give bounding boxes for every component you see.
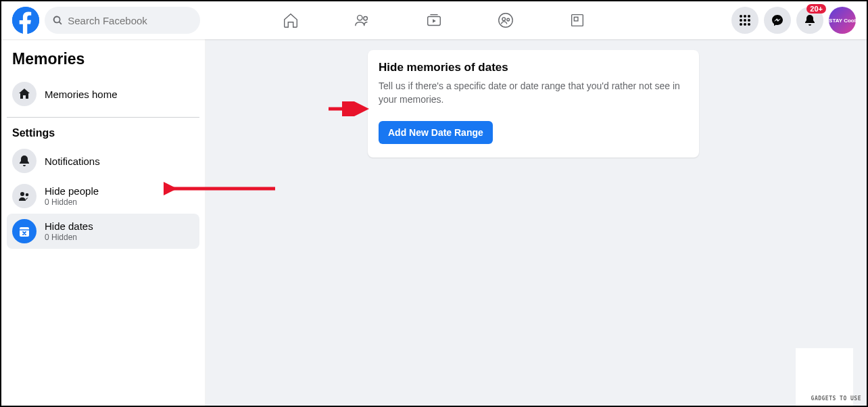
settings-section-label: Settings [7,123,199,143]
sidebar-item-label: Hide people [45,185,194,197]
calendar-x-icon [12,219,37,243]
avatar[interactable]: STAY Cool [829,7,856,34]
sidebar-item-sub: 0 Hidden [45,197,194,207]
svg-point-12 [740,19,742,22]
menu-button[interactable] [731,7,758,34]
sidebar-item-label: Notifications [45,155,194,167]
svg-point-1 [358,16,362,20]
sidebar-item-sub: 0 Hidden [45,233,194,242]
top-nav-header: 20+ STAY Cool [1,1,867,39]
svg-point-13 [744,19,746,22]
svg-point-4 [499,14,512,27]
notification-badge: 20+ [806,4,826,14]
home-icon[interactable] [281,11,300,30]
search-box[interactable] [45,7,200,34]
search-icon [53,15,62,26]
card-title: Hide memories of dates [379,61,688,74]
page-title: Memories [7,47,199,76]
svg-point-18 [20,192,24,196]
sidebar-item-hide-dates[interactable]: Hide dates 0 Hidden [7,214,199,249]
svg-point-9 [740,15,742,18]
nav-right: 20+ STAY Cool [731,7,856,34]
svg-rect-20 [20,227,29,237]
people-icon [12,184,37,208]
svg-point-15 [740,23,742,26]
nav-center [281,1,587,39]
watch-icon[interactable] [425,11,443,30]
facebook-logo[interactable] [12,7,39,34]
search-input[interactable] [68,15,192,26]
friends-icon[interactable] [353,11,372,30]
svg-point-11 [748,15,750,18]
home-filled-icon [12,82,37,106]
sidebar-item-memories-home[interactable]: Memories home [7,76,199,112]
bell-filled-icon [12,149,37,173]
svg-point-10 [744,15,746,18]
sidebar-item-hide-people[interactable]: Hide people 0 Hidden [7,178,199,214]
svg-point-16 [744,23,746,26]
gaming-icon[interactable] [568,11,587,30]
sidebar-item-label: Memories home [45,89,194,100]
grid-icon [738,14,752,27]
svg-point-2 [364,16,368,20]
svg-rect-7 [572,15,583,26]
notifications-button[interactable]: 20+ [796,7,823,34]
svg-point-17 [748,23,750,26]
svg-point-5 [502,18,506,21]
sidebar-item-label: Hide dates [45,220,194,232]
watermark: GADGETS TO USE [811,396,861,402]
add-date-range-button[interactable]: Add New Date Range [379,121,493,144]
divider [7,117,199,118]
content-area: Memories Memories home Settings Notifica… [1,39,867,406]
sidebar-item-notifications[interactable]: Notifications [7,143,199,178]
bell-icon [803,14,817,27]
svg-point-14 [748,19,750,22]
svg-point-19 [26,193,29,197]
svg-rect-8 [574,17,578,21]
hide-dates-card: Hide memories of dates Tell us if there'… [368,50,699,158]
card-description: Tell us if there's a specific date or da… [379,80,688,106]
messenger-icon [771,14,784,27]
messenger-button[interactable] [764,7,791,34]
groups-icon[interactable] [496,11,515,30]
svg-point-6 [507,18,510,21]
sidebar: Memories Memories home Settings Notifica… [1,39,206,406]
main-panel: Hide memories of dates Tell us if there'… [206,39,867,406]
